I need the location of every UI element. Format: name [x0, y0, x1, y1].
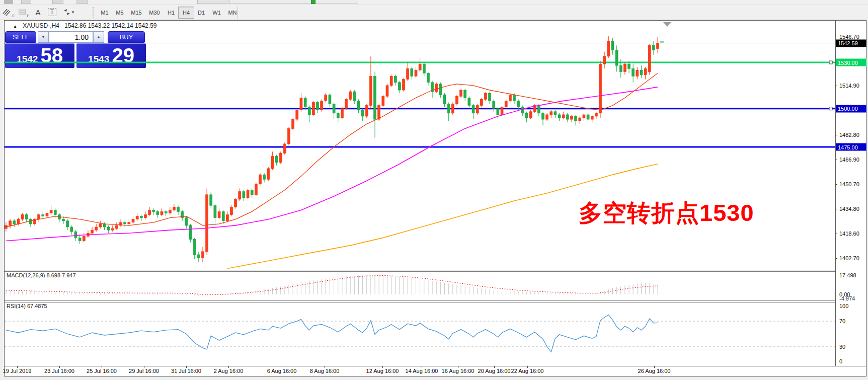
rsi-scale-label: 30 — [839, 344, 845, 350]
rsi-scale-label: 0 — [839, 358, 842, 364]
ma-fast-line[interactable] — [6, 73, 658, 227]
price-label: 1482.80 — [839, 132, 859, 138]
time-label[interactable]: 23 Jul 16:00 — [44, 368, 74, 374]
price-tick — [835, 135, 837, 135]
price-box-1542.59: 1542.59 — [836, 39, 866, 47]
price-label: 1434.80 — [839, 206, 859, 212]
chart-graphics — [0, 0, 868, 380]
time-label[interactable]: 25 Jul 16:00 — [87, 368, 117, 374]
time-label[interactable]: 16 Aug 16:00 — [442, 368, 475, 374]
rsi-layer — [5, 315, 835, 352]
macd-layer — [6, 275, 658, 297]
price-tick — [835, 234, 837, 234]
ma-slow-line[interactable] — [227, 164, 658, 269]
price-box-1530.00: 1530.00 — [836, 59, 866, 66]
time-label[interactable]: 31 Jul 16:00 — [171, 368, 201, 374]
price-tick — [835, 37, 837, 37]
price-tick — [835, 258, 837, 259]
time-label[interactable]: 26 Aug 16:00 — [638, 368, 671, 374]
price-label: 1450.70 — [839, 181, 859, 187]
macd-signal-line — [6, 276, 658, 295]
time-label[interactable]: 2 Aug 16:00 — [214, 368, 244, 374]
price-tick — [835, 209, 837, 209]
rsi-scale-label: 70 — [839, 318, 845, 324]
price-tick — [835, 184, 837, 185]
moving-averages-layer — [6, 73, 658, 268]
price-label: 1418.60 — [839, 231, 859, 237]
rsi-line — [6, 315, 658, 352]
price-label: 1402.70 — [839, 255, 859, 261]
macd-scale-label: -4.974 — [839, 295, 855, 301]
time-label[interactable]: 14 Aug 16:00 — [406, 368, 438, 374]
candles-layer — [5, 36, 665, 262]
ma-mid-line[interactable] — [6, 87, 658, 241]
rsi-scale-label: 100 — [839, 303, 848, 309]
line-handle[interactable] — [829, 107, 832, 110]
time-label[interactable]: 8 Aug 16:00 — [310, 368, 340, 374]
line-handle[interactable] — [829, 61, 832, 64]
time-label[interactable]: 6 Aug 16:00 — [267, 368, 297, 374]
time-label[interactable]: 22 Aug 16:00 — [511, 368, 544, 374]
price-box-1475.00: 1475.00 — [836, 143, 866, 151]
time-label[interactable]: 19 Jul 2019 — [3, 368, 32, 374]
macd-scale-label: 17.498 — [839, 272, 856, 278]
time-label[interactable]: 12 Aug 16:00 — [366, 368, 399, 374]
price-label: 1466.90 — [839, 157, 859, 163]
time-label[interactable]: 29 Jul 16:00 — [129, 368, 159, 374]
price-box-1500.00: 1500.00 — [836, 105, 866, 112]
price-tick — [835, 86, 837, 86]
price-tick — [835, 160, 837, 160]
price-label: 1514.90 — [839, 83, 859, 89]
time-label[interactable]: 20 Aug 16:00 — [478, 368, 511, 374]
trading-terminal: { "toolbar": { "tools": [ {"id": "draw-h… — [0, 0, 868, 380]
